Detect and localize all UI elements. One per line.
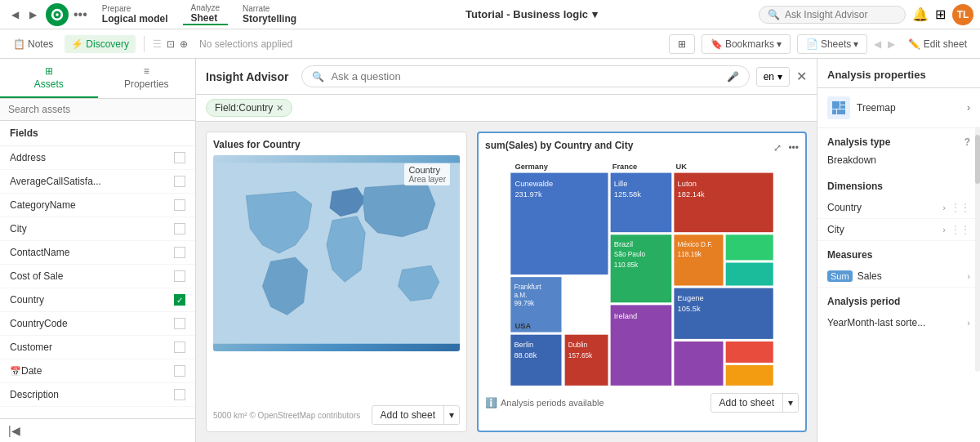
grid-view-button[interactable]: ⊞ — [669, 34, 695, 54]
field-item[interactable]: AverageCallSatisfa... — [0, 170, 195, 194]
svg-text:105.5k: 105.5k — [678, 305, 701, 313]
map-chart-card: Values for Country — [206, 132, 467, 432]
nav-prev-icon[interactable]: ◀ — [874, 38, 881, 50]
analyze-value: Sheet — [191, 12, 220, 24]
analysis-type-help-icon[interactable]: ? — [964, 136, 970, 148]
svg-rect-45 — [832, 101, 840, 109]
zoom-icon[interactable]: ⊕ — [180, 38, 188, 50]
analysis-period-chevron[interactable]: › — [967, 318, 970, 328]
prepare-label: Prepare — [102, 4, 168, 13]
field-item[interactable]: City — [0, 217, 195, 241]
ia-search[interactable]: 🔍 🎤 — [301, 65, 749, 87]
field-checkbox[interactable] — [174, 270, 185, 282]
assets-tab[interactable]: ⊞ Assets — [0, 59, 98, 98]
field-item[interactable]: CountryCode — [0, 312, 195, 336]
bookmarks-button[interactable]: 🔖 Bookmarks ▾ — [702, 34, 791, 54]
dimension-city-name: City — [827, 224, 938, 235]
field-checkbox[interactable] — [174, 247, 185, 258]
treemap-chart-footer: ℹ️ Analysis periods available Add to she… — [485, 393, 799, 413]
field-name: Country — [10, 294, 174, 306]
menu-dots[interactable]: ••• — [74, 7, 87, 22]
field-checkbox[interactable] — [174, 365, 185, 377]
dimension-country-chevron[interactable]: › — [942, 203, 946, 212]
lasso-icon[interactable]: ⊡ — [167, 38, 175, 50]
field-checkbox[interactable] — [174, 176, 185, 187]
back-button[interactable]: ◀ — [7, 7, 23, 23]
language-select[interactable]: en ▾ — [756, 67, 790, 87]
svg-rect-46 — [840, 101, 845, 105]
svg-text:Brazil: Brazil — [614, 240, 633, 248]
map-country-label: Country Area layer — [404, 163, 450, 185]
map-add-to-sheet[interactable]: Add to sheet ▾ — [372, 405, 460, 425]
measure-chevron[interactable]: › — [967, 271, 970, 281]
svg-text:157.65k: 157.65k — [568, 351, 593, 359]
search-assets-input[interactable] — [0, 99, 195, 121]
treemap-add-to-sheet[interactable]: Add to sheet ▾ — [710, 393, 799, 413]
field-item[interactable]: Customer — [0, 336, 195, 359]
field-checkbox[interactable]: ✓ — [174, 294, 185, 306]
ia-search-input[interactable] — [331, 70, 719, 83]
ia-title: Insight Advisor — [206, 70, 288, 83]
field-name: Cost of Sale — [10, 270, 174, 282]
close-ia-button[interactable]: ✕ — [796, 69, 807, 84]
notes-button[interactable]: 📋 Notes — [7, 35, 60, 53]
analysis-period-row[interactable]: YearMonth-last sorte... › — [817, 312, 980, 333]
field-checkbox[interactable] — [174, 342, 185, 353]
forward-button[interactable]: ▶ — [24, 7, 41, 23]
map-sublabel-text: Area layer — [408, 175, 446, 184]
field-checkbox[interactable] — [174, 223, 185, 234]
dimension-country-drag[interactable]: ⋮⋮ — [951, 202, 970, 213]
field-checkbox[interactable] — [174, 318, 185, 329]
add-to-sheet-arrow[interactable]: ▾ — [443, 406, 459, 424]
field-checkbox[interactable] — [174, 389, 185, 400]
svg-text:Lille: Lille — [614, 180, 628, 188]
top-right-icons: 🔔 ⊞ TL — [912, 4, 973, 25]
microphone-icon[interactable]: 🎤 — [727, 71, 739, 83]
chart-type-chevron[interactable]: › — [967, 102, 970, 114]
prepare-section[interactable]: Prepare Logical model — [94, 4, 176, 25]
insight-advisor-input[interactable] — [785, 9, 883, 20]
field-item[interactable]: ContactName — [0, 241, 195, 265]
field-name: CategoryName — [10, 199, 174, 211]
sheets-button[interactable]: 📄 Sheets ▾ — [797, 34, 867, 54]
narrate-section[interactable]: Narrate Storytelling — [234, 4, 305, 25]
field-item[interactable]: CategoryName — [0, 194, 195, 217]
field-checkbox[interactable] — [174, 152, 185, 163]
discovery-button[interactable]: ⚡ Discovery — [65, 35, 136, 53]
nav-next-icon[interactable]: ▶ — [888, 38, 895, 50]
dimension-city-row: City › ⋮⋮ — [817, 219, 980, 241]
bell-icon[interactable]: 🔔 — [912, 7, 929, 22]
nav-arrows: ◀ ▶ — [7, 7, 41, 23]
edit-sheet-button[interactable]: ✏️ Edit sheet — [902, 35, 973, 53]
chart-type-row[interactable]: Treemap › — [817, 88, 980, 128]
treemap-icon-svg — [831, 100, 846, 115]
svg-text:Ireland: Ireland — [614, 312, 638, 320]
analyze-section[interactable]: Analyze Sheet — [183, 3, 229, 25]
remove-filter-button[interactable]: ✕ — [276, 103, 283, 114]
dimension-city-chevron[interactable]: › — [942, 225, 946, 234]
search-bar-top[interactable]: 🔍 — [759, 6, 906, 24]
field-item[interactable]: 📅Date — [0, 359, 195, 383]
properties-tab[interactable]: ≡ Properties — [98, 59, 196, 98]
measure-sales-row: Sum Sales › — [817, 266, 980, 288]
expand-icon[interactable]: ⤢ — [773, 142, 782, 154]
field-item[interactable]: Description — [0, 383, 195, 407]
title-dropdown-icon[interactable]: ▾ — [592, 8, 598, 20]
dimension-city-drag[interactable]: ⋮⋮ — [951, 224, 970, 235]
info-icon: ℹ️ — [485, 397, 497, 409]
grid-icon[interactable]: ⊞ — [935, 7, 946, 22]
field-checkbox[interactable] — [174, 199, 185, 211]
field-item[interactable]: Country✓ — [0, 288, 195, 312]
collapse-button[interactable]: |◀ — [8, 424, 20, 437]
treemap-chart-title: sum(Sales) by Country and City — [485, 140, 633, 151]
treemap-add-to-sheet-arrow[interactable]: ▾ — [782, 394, 798, 412]
measures-section: Measures — [817, 241, 980, 266]
field-item[interactable]: Cost of Sale — [0, 265, 195, 288]
svg-rect-44 — [726, 365, 773, 386]
avatar[interactable]: TL — [952, 4, 973, 25]
more-options-icon[interactable]: ••• — [788, 142, 799, 154]
qlik-logo[interactable] — [46, 3, 69, 26]
svg-text:231.97k: 231.97k — [514, 190, 542, 199]
field-item[interactable]: Address — [0, 146, 195, 170]
scrollbar-thumb[interactable] — [975, 135, 980, 184]
